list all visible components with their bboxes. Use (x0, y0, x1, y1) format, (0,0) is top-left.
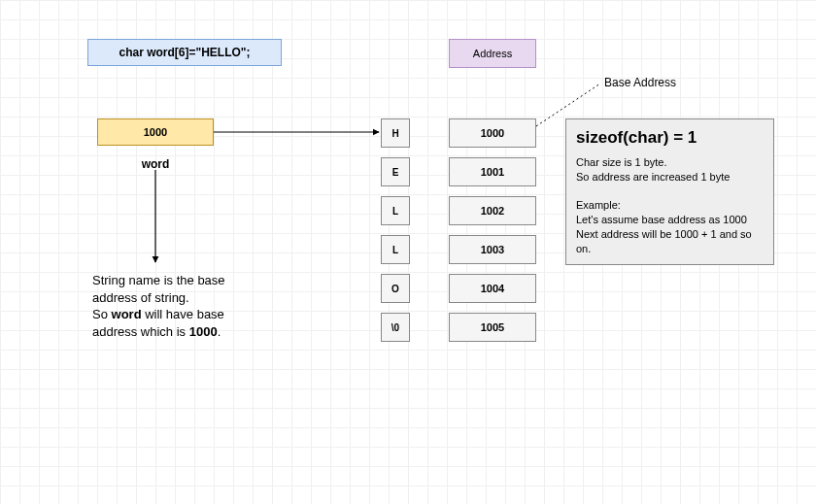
address-text: 1001 (481, 166, 504, 178)
info-line: Let's assume base address as 1000 (576, 213, 764, 227)
address-cell: 1003 (449, 235, 536, 264)
note-line1: String name is the base address of strin… (92, 273, 225, 305)
info-line: So address are increased 1 byte (576, 170, 764, 185)
char-text: O (391, 284, 399, 294)
char-cell: L (381, 196, 410, 225)
address-header-text: Address (473, 48, 512, 59)
address-text: 1002 (481, 205, 504, 217)
char-cell: O (381, 274, 410, 303)
address-header-box: Address (449, 39, 536, 68)
note-line2e: . (218, 324, 221, 339)
info-line: Next address will be 1000 + 1 and so on. (576, 227, 764, 256)
address-cell: 1001 (449, 157, 536, 186)
address-text: 1000 (481, 127, 504, 139)
pointer-value-box: 1000 (97, 118, 214, 146)
char-cell: E (381, 157, 410, 186)
sizeof-info-box: sizeof(char) = 1 Char size is 1 byte. So… (565, 118, 774, 265)
char-text: L (392, 206, 398, 217)
address-cell: 1002 (449, 196, 536, 225)
address-cell: 1004 (449, 274, 536, 303)
char-cell: \0 (381, 313, 410, 342)
note-line2a: So (92, 307, 112, 321)
address-text: 1004 (481, 283, 504, 294)
declaration-text: char word[6]="HELLO"; (119, 46, 250, 59)
address-cell: 1000 (449, 118, 536, 148)
declaration-box: char word[6]="HELLO"; (87, 39, 282, 66)
char-cell: H (381, 118, 410, 148)
char-cell: L (381, 235, 410, 264)
diagram-canvas: char word[6]="HELLO"; Address 1000 word … (0, 0, 816, 504)
address-text: 1003 (481, 244, 504, 255)
pointer-name-label: word (97, 157, 214, 171)
char-text: H (391, 128, 398, 139)
note-1000-bold: 1000 (189, 324, 218, 339)
base-address-label: Base Address (604, 76, 676, 89)
info-line: Char size is 1 byte. (576, 155, 764, 170)
char-text: L (392, 245, 398, 255)
note-word-bold: word (112, 307, 142, 321)
char-text: \0 (391, 322, 399, 333)
address-cell: 1005 (449, 313, 536, 342)
info-line: Example: (576, 198, 764, 213)
char-text: E (392, 167, 399, 178)
address-text: 1005 (481, 321, 504, 333)
sizeof-title: sizeof(char) = 1 (576, 127, 764, 150)
pointer-value-text: 1000 (144, 126, 167, 138)
explanation-note: String name is the base address of strin… (92, 272, 257, 340)
